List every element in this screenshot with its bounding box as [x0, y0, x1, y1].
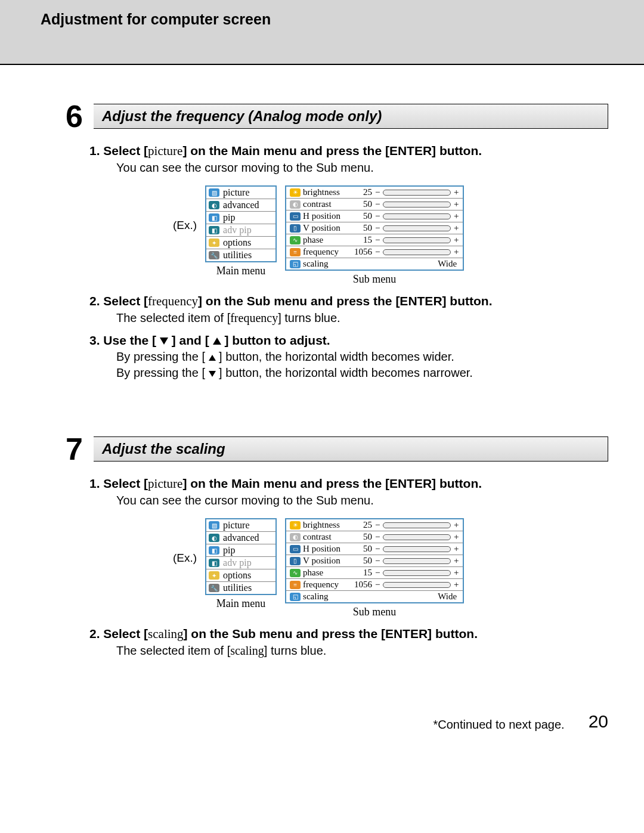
sub-row-vpos: ▯V position50−+ — [286, 555, 463, 567]
main-menu-item: ◧pip — [206, 212, 275, 224]
brightness-icon: ☀ — [290, 521, 301, 529]
step-2: 2. Select [scaling] on the Sub menu and … — [89, 627, 608, 642]
main-menu-item: ▧picture — [206, 187, 275, 199]
advanced-icon: ◐ — [209, 534, 219, 542]
section-title: Adjust the frequency (Analog mode only) — [94, 104, 608, 129]
step-3b: By pressing the [ ] button, the horizont… — [116, 366, 608, 380]
phase-icon: ∿ — [290, 569, 301, 577]
page-header: Adjustment for computer screen — [0, 0, 644, 65]
step-1-note: You can see the cursor moving to the Sub… — [116, 494, 608, 507]
hposition-icon: ▭ — [290, 212, 301, 221]
options-icon: ✦ — [209, 571, 219, 580]
sub-row-vpos: ▯V position50−+ — [286, 222, 463, 234]
section-6: 6 Adjust the frequency (Analog mode only… — [66, 101, 608, 380]
continued-note: *Continued to next page. — [433, 718, 564, 732]
main-menu-box: ▧picture ◐advanced ◧pip ◧adv pip ✦option… — [205, 518, 277, 610]
step-1: 1. Select [picture] on the Main menu and… — [89, 144, 608, 159]
sub-row-phase: ∿phase15−+ — [286, 567, 463, 579]
sub-row-contrast: ◐contrast50−+ — [286, 199, 463, 210]
main-menu-item: ◧pip — [206, 544, 275, 557]
utilities-icon: 🔧 — [209, 251, 219, 259]
page-footer: *Continued to next page. 20 — [0, 705, 644, 750]
menu-illustration: (Ex.) ▧picture ◐advanced ◧pip ◧adv pip ✦… — [173, 518, 608, 618]
step-1-note: You can see the cursor moving to the Sub… — [116, 161, 608, 175]
sub-menu-caption: Sub menu — [285, 273, 464, 286]
down-triangle-icon — [160, 337, 168, 345]
sub-row-hpos: ▭H position50−+ — [286, 543, 463, 555]
sub-row-hpos: ▭H position50−+ — [286, 210, 463, 222]
example-label: (Ex.) — [173, 185, 197, 232]
vposition-icon: ▯ — [290, 557, 301, 565]
main-menu-caption: Main menu — [205, 597, 277, 610]
sub-row-contrast: ◐contrast50−+ — [286, 531, 463, 543]
up-triangle-icon — [209, 355, 216, 361]
example-label: (Ex.) — [173, 518, 197, 565]
scaling-icon: ◱ — [290, 260, 301, 268]
phase-icon: ∿ — [290, 236, 301, 244]
contrast-icon: ◐ — [290, 200, 301, 209]
vposition-icon: ▯ — [290, 224, 301, 233]
utilities-icon: 🔧 — [209, 584, 219, 592]
sub-row-brightness: ☀brightness25−+ — [286, 519, 463, 531]
section-number: 6 — [66, 101, 83, 132]
pip-icon: ◧ — [209, 213, 219, 222]
frequency-icon: ≡ — [290, 248, 301, 256]
main-menu-item-disabled: ◧adv pip — [206, 224, 275, 237]
sub-row-frequency: ≡frequency1056−+ — [286, 579, 463, 591]
step-2: 2. Select [frequency] on the Sub menu an… — [89, 294, 608, 309]
hposition-icon: ▭ — [290, 545, 301, 553]
down-triangle-icon — [209, 371, 216, 377]
step-3a: By pressing the [ ] button, the horizont… — [116, 350, 608, 364]
sub-menu-caption: Sub menu — [285, 606, 464, 618]
section-number: 7 — [66, 433, 83, 465]
scaling-icon: ◱ — [290, 593, 301, 601]
main-menu-item: ✦options — [206, 237, 275, 249]
main-menu-item: ▧picture — [206, 519, 275, 532]
picture-icon: ▧ — [209, 188, 219, 197]
step-2-note: The selected item of [scaling] turns blu… — [116, 644, 608, 658]
advpip-icon: ◧ — [209, 226, 219, 234]
page-number: 20 — [589, 711, 608, 732]
main-menu-item: ✦options — [206, 569, 275, 582]
sub-row-scaling: ◱scalingWide — [286, 258, 463, 270]
step-1: 1. Select [picture] on the Main menu and… — [89, 476, 608, 491]
sub-row-brightness: ☀brightness25−+ — [286, 187, 463, 199]
contrast-icon: ◐ — [290, 533, 301, 541]
main-menu-item: 🔧utilities — [206, 249, 275, 261]
up-triangle-icon — [213, 337, 221, 345]
advpip-icon: ◧ — [209, 559, 219, 567]
frequency-icon: ≡ — [290, 581, 301, 589]
main-menu-item-disabled: ◧adv pip — [206, 557, 275, 569]
menu-illustration: (Ex.) ▧picture ◐advanced ◧pip ◧adv pip ✦… — [173, 185, 608, 286]
step-3: 3. Use the [ ] and [ ] button to adjust. — [89, 333, 608, 348]
step-2-note: The selected item of [frequency] turns b… — [116, 311, 608, 325]
section-7: 7 Adjust the scaling 1. Select [picture]… — [66, 433, 608, 658]
pip-icon: ◧ — [209, 546, 219, 555]
page-title: Adjustment for computer screen — [41, 11, 644, 28]
brightness-icon: ☀ — [290, 188, 301, 197]
section-title: Adjust the scaling — [94, 436, 608, 462]
sub-menu-box: ☀brightness25−+ ◐contrast50−+ ▭H positio… — [285, 518, 464, 618]
sub-row-scaling: ◱scalingWide — [286, 591, 463, 602]
advanced-icon: ◐ — [209, 201, 219, 209]
main-menu-item: 🔧utilities — [206, 582, 275, 594]
main-menu-caption: Main menu — [205, 265, 277, 277]
sub-row-frequency: ≡frequency1056−+ — [286, 246, 463, 258]
picture-icon: ▧ — [209, 521, 219, 529]
main-menu-item: ◐advanced — [206, 199, 275, 212]
main-menu-box: ▧picture ◐advanced ◧pip ◧adv pip ✦option… — [205, 185, 277, 277]
main-menu-item: ◐advanced — [206, 532, 275, 544]
sub-menu-box: ☀brightness25−+ ◐contrast50−+ ▭H positio… — [285, 185, 464, 286]
sub-row-phase: ∿phase15−+ — [286, 234, 463, 246]
options-icon: ✦ — [209, 239, 219, 247]
